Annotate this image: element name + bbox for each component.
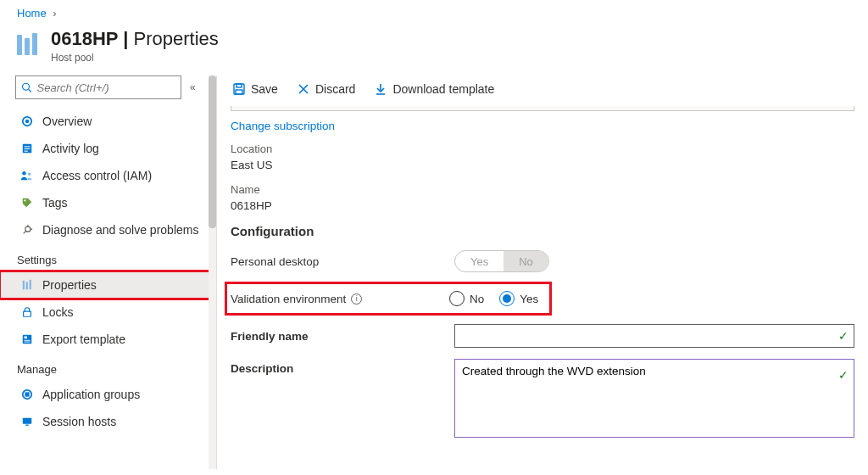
personal-desktop-label: Personal desktop (231, 255, 448, 268)
nav-item-label: Export template (42, 332, 125, 346)
svg-rect-6 (25, 148, 31, 149)
nav-export-template[interactable]: Export template (15, 326, 214, 353)
hostpool-icon (17, 31, 41, 55)
svg-rect-5 (25, 146, 31, 147)
export-template-icon (20, 332, 34, 346)
resource-type: Host pool (51, 52, 219, 64)
description-textarea[interactable] (462, 365, 830, 429)
nav-tags[interactable]: Tags (15, 189, 214, 216)
friendly-name-label: Friendly name (231, 330, 309, 343)
session-hosts-icon (20, 415, 34, 428)
name-value: 0618HP (231, 199, 854, 212)
validation-environment-radiogroup: No Yes (449, 291, 546, 306)
svg-rect-23 (25, 425, 29, 426)
nav-item-label: Application groups (42, 388, 140, 401)
svg-point-11 (25, 226, 31, 232)
description-field-wrapper[interactable]: ✓ (454, 359, 854, 438)
nav-overview[interactable]: Overview (15, 108, 214, 135)
svg-rect-14 (30, 280, 31, 289)
svg-point-9 (28, 172, 31, 176)
nav-item-label: Session hosts (42, 415, 116, 428)
chevron-right-icon: › (53, 7, 56, 20)
page-header: 0618HP | Properties Host pool (0, 23, 868, 75)
search-icon (21, 81, 32, 93)
svg-rect-15 (24, 311, 31, 316)
radio-yes[interactable]: Yes (499, 291, 538, 306)
svg-rect-17 (25, 337, 28, 339)
breadcrumb-home[interactable]: Home (17, 7, 47, 20)
svg-rect-22 (23, 418, 32, 424)
svg-point-10 (24, 199, 25, 201)
search-input-wrapper[interactable] (15, 75, 181, 99)
activity-log-icon (20, 142, 34, 155)
radio-no[interactable]: No (449, 291, 484, 306)
personal-desktop-toggle: Yes No (454, 250, 549, 272)
description-label: Description (231, 362, 293, 375)
nav-activity-log[interactable]: Activity log (15, 135, 214, 162)
location-label: Location (231, 142, 854, 155)
nav-item-label: Access control (IAM) (42, 169, 152, 182)
nav-item-label: Locks (42, 305, 74, 319)
tags-icon (20, 196, 34, 210)
nav-item-label: Tags (42, 196, 68, 210)
svg-rect-19 (25, 342, 31, 343)
subscription-field-collapsed[interactable] (231, 106, 854, 111)
save-button[interactable]: Save (231, 81, 280, 98)
nav-diagnose[interactable]: Diagnose and solve problems (15, 216, 214, 243)
discard-icon (297, 82, 310, 96)
nav-properties[interactable]: Properties (0, 271, 214, 299)
overview-icon (20, 115, 34, 128)
diagnose-icon (20, 223, 34, 237)
svg-rect-16 (23, 335, 32, 344)
toggle-no: No (504, 251, 548, 271)
nav-access-control[interactable]: Access control (IAM) (15, 162, 214, 189)
name-label: Name (231, 183, 854, 196)
configuration-heading: Configuration (231, 224, 854, 238)
access-control-icon (20, 169, 34, 182)
nav-application-groups[interactable]: Application groups (15, 381, 214, 408)
svg-point-0 (23, 83, 30, 90)
nav-locks[interactable]: Locks (15, 299, 214, 326)
nav-item-label: Activity log (42, 142, 99, 155)
nav-group-manage: Manage (17, 363, 214, 376)
nav-item-label: Properties (42, 278, 97, 292)
svg-rect-13 (26, 282, 28, 290)
download-icon (374, 82, 387, 96)
application-groups-icon (20, 388, 34, 401)
toggle-yes: Yes (455, 251, 504, 271)
download-template-button[interactable]: Download template (372, 81, 496, 98)
sidebar-scrollbar[interactable] (209, 75, 217, 469)
nav-item-label: Overview (42, 115, 92, 128)
nav-group-settings: Settings (17, 254, 214, 266)
nav-item-label: Diagnose and solve problems (42, 223, 198, 237)
collapse-sidebar-icon[interactable]: « (186, 78, 199, 97)
svg-point-8 (22, 171, 25, 175)
properties-icon (20, 278, 34, 292)
friendly-name-input[interactable] (462, 330, 830, 343)
lock-icon (20, 305, 34, 319)
location-value: East US (231, 159, 854, 171)
nav-session-hosts[interactable]: Session hosts (15, 408, 214, 435)
discard-button[interactable]: Discard (295, 81, 357, 98)
command-bar: Save Discard Download template (217, 75, 868, 106)
change-subscription-link[interactable]: Change subscription (231, 120, 335, 132)
check-icon: ✓ (838, 368, 849, 382)
check-icon: ✓ (838, 329, 849, 343)
svg-rect-18 (25, 340, 31, 341)
friendly-name-field-wrapper[interactable]: ✓ (454, 324, 854, 348)
svg-rect-7 (25, 151, 28, 152)
validation-environment-label: Validation environment (231, 293, 346, 305)
validation-environment-row: Validation environment i No Yes (227, 284, 549, 313)
sidebar: « Overview Activity log Access control (… (0, 75, 217, 469)
svg-rect-25 (236, 84, 242, 87)
svg-rect-12 (23, 281, 25, 290)
svg-point-3 (25, 120, 29, 123)
breadcrumb: Home › (0, 0, 868, 23)
svg-rect-26 (236, 90, 242, 94)
save-icon (232, 82, 246, 96)
svg-rect-21 (25, 392, 29, 396)
svg-line-1 (29, 89, 31, 92)
info-icon[interactable]: i (351, 293, 362, 305)
search-input[interactable] (37, 81, 175, 94)
page-title: 0618HP | Properties (51, 28, 219, 50)
